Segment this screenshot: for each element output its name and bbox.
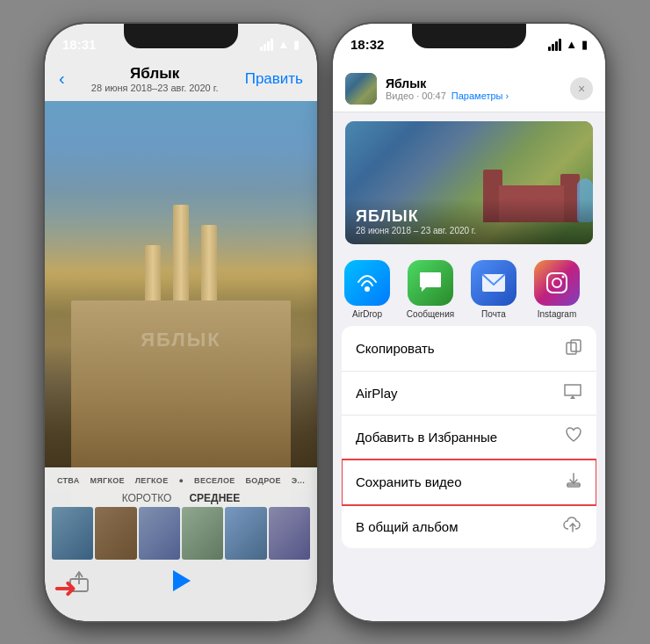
filter-dot: ● bbox=[177, 473, 185, 488]
app-mail-label: Почта bbox=[481, 309, 506, 319]
preview-title: ЯБЛЫК bbox=[356, 207, 582, 226]
action-copy[interactable]: Скопировать bbox=[342, 326, 596, 372]
action-favorites-label: Добавить в Избранные bbox=[356, 430, 497, 445]
duration-row: КОРОТКО СРЕДНЕЕ bbox=[45, 488, 317, 507]
action-shared-album[interactable]: В общий альбом bbox=[342, 505, 596, 548]
status-icons-1: ▲ ▮ bbox=[260, 38, 300, 51]
svg-point-5 bbox=[552, 279, 561, 287]
status-time-1: 18:31 bbox=[62, 37, 96, 52]
action-save-label: Сохранить видео bbox=[356, 474, 462, 489]
airplay-icon bbox=[563, 383, 582, 403]
filter-item[interactable]: СТВА bbox=[55, 473, 82, 488]
photo-toolbar: СТВА МЯГКОЕ ЛЕГКОЕ ● ВЕСЕЛОЕ БОДРОЕ Э...… bbox=[45, 467, 317, 621]
app-mail[interactable]: Почта bbox=[468, 260, 519, 319]
filter-item[interactable]: БОДРОЕ bbox=[243, 473, 282, 488]
album-date-range: 28 июня 2018–23 авг. 2020 г. bbox=[91, 83, 219, 93]
album-name: Яблык bbox=[386, 76, 561, 90]
thumbnail[interactable] bbox=[139, 507, 180, 560]
action-airplay[interactable]: AirPlay bbox=[342, 372, 596, 416]
action-airplay-label: AirPlay bbox=[356, 386, 398, 401]
duration-short[interactable]: КОРОТКО bbox=[122, 492, 172, 504]
share-preview: ЯБЛЫК 28 июня 2018 – 23 авг. 2020 г. bbox=[345, 121, 593, 244]
thumb-strip bbox=[45, 507, 317, 560]
thumbnail[interactable] bbox=[95, 507, 136, 560]
phone-1: 18:31 ▲ ▮ ‹ Яблык bbox=[45, 24, 317, 621]
app-airdrop-label: AirDrop bbox=[352, 309, 382, 319]
app-messages-label: Сообщения bbox=[407, 309, 454, 319]
action-favorites[interactable]: Добавить в Избранные bbox=[342, 416, 596, 459]
signal-bars-2 bbox=[548, 39, 561, 51]
play-icon bbox=[173, 570, 191, 591]
nav-title: Яблык 28 июня 2018–23 авг. 2020 г. bbox=[91, 65, 219, 93]
video-info: Видео · 00:47 bbox=[386, 90, 446, 101]
params-link[interactable]: Параметры › bbox=[451, 90, 509, 101]
action-save-video[interactable]: Сохранить видео bbox=[342, 459, 596, 505]
heart-icon bbox=[565, 427, 582, 447]
messages-icon bbox=[408, 260, 453, 306]
app-share-row: AirDrop Сообщения bbox=[333, 253, 605, 326]
svg-point-6 bbox=[562, 275, 565, 278]
signal-bars-1 bbox=[260, 39, 273, 51]
save-icon bbox=[565, 471, 582, 493]
scene: 18:31 ▲ ▮ ‹ Яблык bbox=[0, 0, 650, 644]
filter-item[interactable]: ВЕСЕЛОЕ bbox=[192, 473, 236, 488]
filter-item[interactable]: ЛЕГКОЕ bbox=[134, 473, 170, 488]
battery-icon-2: ▮ bbox=[581, 38, 588, 51]
phone-2: 18:32 ▲ ▮ bbox=[333, 24, 605, 621]
filter-item[interactable]: МЯГКОЕ bbox=[88, 473, 126, 488]
notch bbox=[124, 24, 238, 48]
airdrop-icon bbox=[344, 260, 390, 306]
app-airdrop[interactable]: AirDrop bbox=[342, 260, 393, 319]
mail-icon bbox=[471, 260, 516, 306]
album-thumbnail bbox=[345, 73, 377, 105]
status-icons-2: ▲ ▮ bbox=[548, 38, 588, 51]
filter-item[interactable]: Э... bbox=[290, 473, 307, 488]
thumbnail[interactable] bbox=[225, 507, 266, 560]
album-info: Яблык Видео · 00:47 Параметры › bbox=[386, 76, 561, 101]
share-button[interactable]: ➜ bbox=[66, 568, 92, 594]
preview-overlay: ЯБЛЫК 28 июня 2018 – 23 авг. 2020 г. bbox=[345, 199, 593, 244]
app-instagram-label: Instagram bbox=[538, 309, 576, 319]
app-instagram[interactable]: Instagram bbox=[531, 260, 582, 319]
edit-button[interactable]: Править bbox=[245, 70, 303, 88]
battery-icon-1: ▮ bbox=[293, 38, 300, 51]
album-title: Яблык bbox=[91, 65, 219, 83]
red-arrow: ➜ bbox=[54, 571, 77, 604]
svg-point-2 bbox=[365, 286, 370, 292]
filter-row: СТВА МЯГКОЕ ЛЕГКОЕ ● ВЕСЕЛОЕ БОДРОЕ Э... bbox=[45, 473, 317, 488]
bottom-controls: ➜ bbox=[45, 560, 317, 614]
action-shared-label: В общий альбом bbox=[356, 519, 459, 534]
share-sheet-header: Яблык Видео · 00:47 Параметры › × bbox=[333, 62, 605, 112]
copy-icon bbox=[565, 337, 582, 359]
play-button[interactable] bbox=[166, 565, 198, 597]
back-button[interactable]: ‹ bbox=[59, 69, 65, 89]
cloud-upload-icon bbox=[563, 517, 582, 537]
wifi-icon-1: ▲ bbox=[278, 38, 289, 51]
preview-date: 28 июня 2018 – 23 авг. 2020 г. bbox=[356, 226, 582, 235]
watermark: ЯБЛЫК bbox=[141, 329, 220, 351]
duration-medium[interactable]: СРЕДНЕЕ bbox=[189, 492, 240, 504]
thumbnail[interactable] bbox=[182, 507, 223, 560]
wifi-icon-2: ▲ bbox=[566, 38, 577, 51]
action-copy-label: Скопировать bbox=[356, 341, 435, 356]
back-chevron: ‹ bbox=[59, 69, 65, 89]
thumbnail[interactable] bbox=[269, 507, 310, 560]
notch-2 bbox=[412, 24, 526, 48]
thumbnail[interactable] bbox=[52, 507, 93, 560]
app-messages[interactable]: Сообщения bbox=[405, 260, 456, 319]
instagram-icon bbox=[534, 260, 580, 306]
close-button[interactable]: × bbox=[570, 77, 593, 100]
action-list: Скопировать AirPlay bbox=[342, 326, 596, 548]
status-time-2: 18:32 bbox=[350, 37, 384, 52]
